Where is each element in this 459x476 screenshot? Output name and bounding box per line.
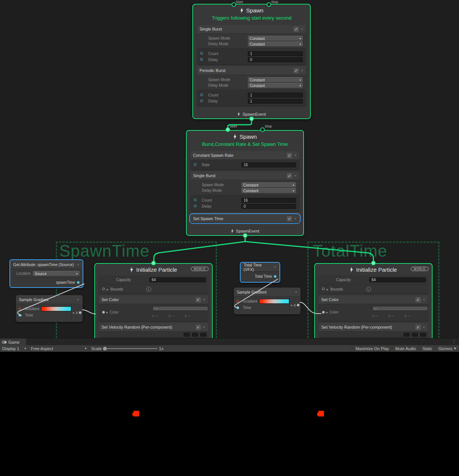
enabled-checkbox[interactable]: ✓ [416, 297, 421, 302]
scale-slider[interactable] [104, 348, 157, 349]
chevron-down-icon[interactable]: > [202, 326, 206, 329]
enabled-checkbox[interactable]: ✓ [287, 216, 292, 221]
delay-field[interactable]: 0 [241, 204, 296, 209]
graph-canvas[interactable]: SpawnTime TotalTime Start Stop Start Sto… [0, 0, 459, 338]
maximize-on-play-button[interactable]: Maximize On Play [352, 345, 392, 352]
time-port[interactable] [18, 314, 21, 317]
color-port[interactable] [102, 311, 105, 314]
group-label-totaltime[interactable]: TotalTime [313, 242, 387, 260]
spawn-mode-dropdown[interactable]: Constant▾ [248, 77, 303, 82]
enabled-checkbox[interactable]: ✓ [294, 27, 299, 32]
flow-port-start[interactable] [226, 127, 230, 132]
initialize-particle-node[interactable]: Initialize Particle WORLD Capacity 64 ▶ … [314, 263, 433, 338]
sample-gradient-node[interactable]: Sample Gradient > Gradient Time ▶ s [234, 288, 301, 314]
block-header[interactable]: Periodic Burst ✓ > [197, 66, 306, 75]
rate-field[interactable]: 16 [241, 162, 296, 167]
initialize-particle-node[interactable]: Initialize Particle WORLD Capacity 64 ▶ … [94, 263, 213, 338]
count-port[interactable] [194, 199, 196, 201]
block-header[interactable]: Set Velocity Random (Per-component) ✓ > [99, 323, 208, 331]
chevron-down-icon[interactable]: > [422, 298, 426, 301]
enabled-checkbox[interactable]: ✓ [416, 325, 421, 330]
gradient-preview[interactable] [41, 306, 71, 311]
expander-icon[interactable]: ▶ [327, 288, 329, 291]
display-selector[interactable]: Display 1▾ [0, 345, 29, 352]
flow-port-spawnevent-out[interactable] [243, 233, 247, 238]
tab-game[interactable]: Game [0, 338, 26, 346]
color-port[interactable] [322, 311, 325, 314]
chevron-down-icon[interactable]: > [293, 217, 297, 220]
space-badge[interactable]: WORLD [411, 267, 428, 271]
color-value-field[interactable]: — [152, 306, 208, 311]
chevron-down-icon[interactable]: > [422, 326, 426, 329]
space-badge[interactable]: WORLD [191, 267, 209, 271]
group-label-spawntime[interactable]: SpawnTime [59, 242, 150, 260]
enabled-checkbox[interactable]: ✓ [294, 68, 299, 73]
chevron-down-icon[interactable]: > [202, 298, 206, 301]
count-field[interactable]: 1 [248, 93, 303, 98]
enabled-checkbox[interactable]: ✓ [287, 173, 292, 178]
stats-button[interactable]: Stats [419, 345, 435, 352]
expander-icon[interactable]: ▶ [106, 311, 108, 314]
chevron-down-icon[interactable]: > [294, 291, 298, 294]
gizmos-button[interactable]: Gizmos▾ [435, 345, 459, 352]
totaltime-output-port[interactable] [274, 275, 276, 278]
expander-icon[interactable]: ▶ [291, 304, 293, 306]
delay-mode-dropdown[interactable]: Constant▾ [248, 83, 303, 88]
bounds-link-icon[interactable]: L [366, 287, 371, 292]
location-dropdown[interactable]: Source▾ [33, 271, 80, 276]
delay-mode-dropdown[interactable]: Constant▾ [241, 188, 296, 193]
get-attribute-node[interactable]: Get Attribute: spawnTime (Source) > Loca… [9, 259, 83, 288]
count-field[interactable]: 1 [248, 51, 303, 56]
count-port[interactable] [200, 52, 203, 55]
chevron-down-icon[interactable]: > [76, 263, 80, 266]
spawntime-output-port[interactable] [77, 281, 80, 284]
spawn-mode-dropdown[interactable]: Constant▾ [248, 36, 303, 41]
bounds-port[interactable] [102, 288, 105, 290]
count-field[interactable]: 16 [241, 198, 296, 203]
flow-port-initialize-in[interactable] [151, 261, 156, 265]
flow-port-start[interactable] [232, 2, 236, 7]
expander-icon[interactable]: ▶ [73, 311, 75, 314]
chevron-down-icon[interactable]: > [76, 298, 80, 301]
enabled-checkbox[interactable]: ✓ [196, 297, 201, 302]
flow-port-stop[interactable] [267, 2, 271, 7]
flow-port-stop[interactable] [260, 127, 265, 132]
sample-output-port[interactable] [297, 304, 299, 306]
capacity-field[interactable]: 64 [149, 277, 206, 282]
spawn-context-node[interactable]: Spawn Burst,Constant Rate & Set Spawn Ti… [186, 130, 304, 236]
chevron-down-icon[interactable]: > [273, 266, 277, 269]
count-port[interactable] [200, 93, 203, 96]
gradient-port[interactable] [236, 300, 239, 303]
sample-gradient-node[interactable]: Sample Gradient > Gradient Time ▶ s [16, 295, 83, 322]
node-header[interactable]: Total Time (VFX) > [241, 263, 279, 272]
gradient-port[interactable] [18, 308, 21, 310]
enabled-checkbox[interactable]: ✓ [287, 153, 292, 158]
spawn-mode-dropdown[interactable]: Constant▾ [241, 182, 296, 187]
sample-output-port[interactable] [79, 311, 81, 314]
mute-audio-button[interactable]: Mute Audio [392, 345, 419, 352]
expander-icon[interactable]: ▶ [326, 311, 328, 314]
block-header[interactable]: Set Color ✓ > [319, 295, 428, 304]
rate-port[interactable] [194, 163, 196, 166]
node-header[interactable]: Sample Gradient > [234, 288, 301, 297]
time-port[interactable] [236, 306, 239, 309]
gradient-preview[interactable] [259, 299, 289, 304]
block-header[interactable]: Single Burst ✓ > [197, 25, 306, 33]
scale-slider-knob[interactable] [103, 347, 107, 350]
block-header[interactable]: Set Velocity Random (Per-component) ✓ > [319, 323, 428, 331]
kebab-menu-icon[interactable]: ⋮ [452, 339, 456, 344]
total-time-node[interactable]: Total Time (VFX) > Total Time [240, 262, 280, 283]
chevron-down-icon[interactable]: > [300, 28, 304, 31]
delay-port[interactable] [200, 99, 203, 102]
block-header[interactable]: Set Color ✓ > [99, 295, 208, 304]
capacity-field[interactable]: 64 [369, 277, 426, 282]
chevron-down-icon[interactable]: > [293, 154, 297, 157]
block-header[interactable]: Single Burst ✓ > [190, 171, 299, 180]
bounds-port[interactable] [322, 288, 325, 290]
delay-mode-dropdown[interactable]: Constant▾ [248, 41, 303, 46]
node-header[interactable]: Get Attribute: spawnTime (Source) > [10, 260, 83, 269]
enabled-checkbox[interactable]: ✓ [196, 325, 201, 330]
spawn-context-node[interactable]: Spawn Triggers following start every sec… [192, 4, 311, 119]
chevron-down-icon[interactable]: > [293, 174, 297, 177]
flow-port-spawnevent-out[interactable] [249, 116, 254, 121]
